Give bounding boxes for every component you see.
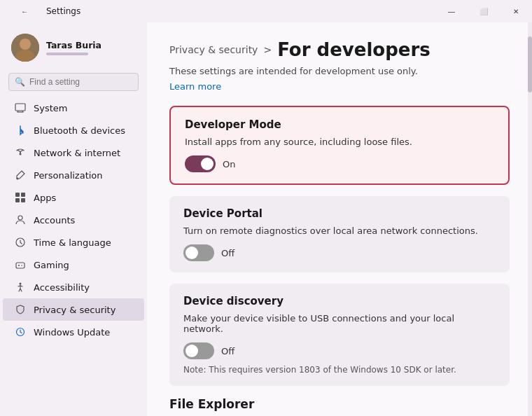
sidebar-item-apps[interactable]: Apps	[3, 186, 144, 209]
titlebar: ← Settings — ⬜ ✕	[0, 0, 532, 22]
titlebar-controls: — ⬜ ✕	[435, 0, 532, 22]
user-info: Taras Buria	[46, 40, 102, 55]
sidebar-label-privacy: Privacy & security	[34, 305, 115, 315]
sidebar: Taras Buria 🔍 System Bluetooth & devices	[0, 22, 147, 416]
sidebar-label-apps: Apps	[34, 193, 56, 203]
scrollbar-track	[528, 22, 532, 416]
toggle-knob	[186, 247, 198, 259]
sidebar-item-windows-update[interactable]: Windows Update	[3, 321, 144, 343]
device-portal-desc: Turn on remote diagnostics over local ar…	[183, 226, 496, 236]
svg-point-1	[20, 39, 31, 50]
sidebar-label-gaming: Gaming	[34, 260, 69, 270]
titlebar-title: Settings	[46, 6, 80, 16]
svg-rect-11	[15, 198, 20, 202]
user-bar	[46, 53, 88, 55]
device-discovery-toggle-row: Off	[183, 342, 496, 359]
sidebar-item-system[interactable]: System	[3, 97, 144, 119]
device-discovery-note: Note: This requires version 1803 of the …	[183, 365, 496, 375]
accessibility-icon	[14, 281, 27, 293]
learn-more-link[interactable]: Learn more	[169, 81, 221, 92]
svg-point-18	[21, 265, 22, 266]
maximize-button[interactable]: ⬜	[468, 0, 500, 22]
developer-mode-toggle[interactable]	[185, 155, 216, 172]
sidebar-item-bluetooth[interactable]: Bluetooth & devices	[3, 119, 144, 141]
bluetooth-icon	[14, 124, 27, 137]
content-area: Privacy & security > For developers Thes…	[147, 22, 532, 416]
sidebar-label-system: System	[34, 103, 67, 113]
breadcrumb-current: For developers	[277, 39, 430, 60]
back-button[interactable]: ←	[8, 0, 41, 22]
device-portal-toggle-label: Off	[221, 248, 234, 258]
search-box[interactable]: 🔍	[8, 73, 139, 91]
titlebar-left: ← Settings	[8, 0, 80, 22]
device-discovery-toggle-label: Off	[221, 346, 234, 356]
page-subtitle: These settings are intended for developm…	[169, 66, 510, 76]
device-discovery-toggle[interactable]	[183, 342, 214, 359]
developer-mode-desc: Install apps from any source, including …	[185, 137, 494, 147]
update-icon	[14, 326, 27, 338]
sidebar-label-network: Network & internet	[34, 148, 120, 158]
svg-rect-3	[15, 104, 25, 111]
breadcrumb-parent: Privacy & security	[169, 44, 258, 55]
device-discovery-title: Device discovery	[183, 295, 496, 307]
device-portal-card: Device Portal Turn on remote diagnostics…	[169, 196, 510, 272]
sidebar-label-time: Time & language	[34, 237, 111, 248]
monitor-icon	[14, 102, 27, 114]
developer-mode-card: Developer Mode Install apps from any sou…	[169, 106, 510, 185]
scrollbar-thumb[interactable]	[528, 36, 532, 92]
file-explorer-section: File Explorer Apply the following settin…	[169, 397, 510, 416]
sidebar-item-gaming[interactable]: Gaming	[3, 254, 144, 276]
gaming-icon	[14, 258, 27, 271]
svg-rect-10	[21, 193, 25, 197]
breadcrumb: Privacy & security > For developers	[169, 39, 510, 60]
device-portal-toggle-row: Off	[183, 244, 496, 261]
sidebar-label-accounts: Accounts	[34, 215, 75, 226]
search-input[interactable]	[29, 77, 132, 87]
sidebar-item-accounts[interactable]: Accounts	[3, 209, 144, 231]
toggle-knob	[201, 158, 214, 170]
svg-point-19	[20, 283, 22, 285]
svg-point-8	[17, 178, 19, 180]
developer-mode-toggle-label: On	[223, 159, 235, 169]
device-portal-title: Device Portal	[183, 207, 496, 220]
sidebar-label-personalization: Personalization	[34, 170, 103, 181]
minimize-button[interactable]: —	[435, 0, 468, 22]
svg-rect-15	[16, 263, 24, 268]
brush-icon	[14, 169, 27, 181]
sidebar-item-personalization[interactable]: Personalization	[3, 164, 144, 186]
sidebar-label-bluetooth: Bluetooth & devices	[34, 125, 125, 136]
app-container: Taras Buria 🔍 System Bluetooth & devices	[0, 22, 532, 416]
sidebar-label-windows-update: Windows Update	[34, 327, 110, 338]
sidebar-item-network[interactable]: Network & internet	[3, 141, 144, 164]
svg-point-7	[20, 153, 22, 155]
search-icon: 🔍	[15, 77, 25, 87]
developer-mode-toggle-row: On	[185, 155, 494, 172]
svg-rect-9	[15, 193, 20, 197]
svg-point-13	[18, 216, 22, 220]
breadcrumb-arrow: >	[263, 44, 272, 55]
sidebar-item-time[interactable]: Time & language	[3, 231, 144, 254]
network-icon	[14, 146, 27, 159]
sidebar-label-accessibility: Accessibility	[34, 282, 90, 293]
avatar	[11, 34, 39, 62]
user-name: Taras Buria	[46, 40, 102, 50]
file-explorer-title: File Explorer	[169, 397, 510, 411]
user-profile: Taras Buria	[0, 28, 147, 70]
sidebar-item-accessibility[interactable]: Accessibility	[3, 276, 144, 298]
person-icon	[14, 214, 27, 226]
clock-icon	[14, 236, 27, 249]
shield-icon	[14, 303, 27, 316]
apps-icon	[14, 191, 27, 204]
close-button[interactable]: ✕	[500, 0, 532, 22]
svg-rect-12	[21, 198, 25, 202]
toggle-knob	[186, 345, 198, 357]
device-portal-toggle[interactable]	[183, 244, 214, 261]
device-discovery-card: Device discovery Make your device visibl…	[169, 284, 510, 386]
developer-mode-title: Developer Mode	[185, 118, 494, 131]
device-discovery-desc: Make your device visible to USB connecti…	[183, 313, 496, 334]
sidebar-item-privacy[interactable]: Privacy & security	[3, 298, 144, 321]
